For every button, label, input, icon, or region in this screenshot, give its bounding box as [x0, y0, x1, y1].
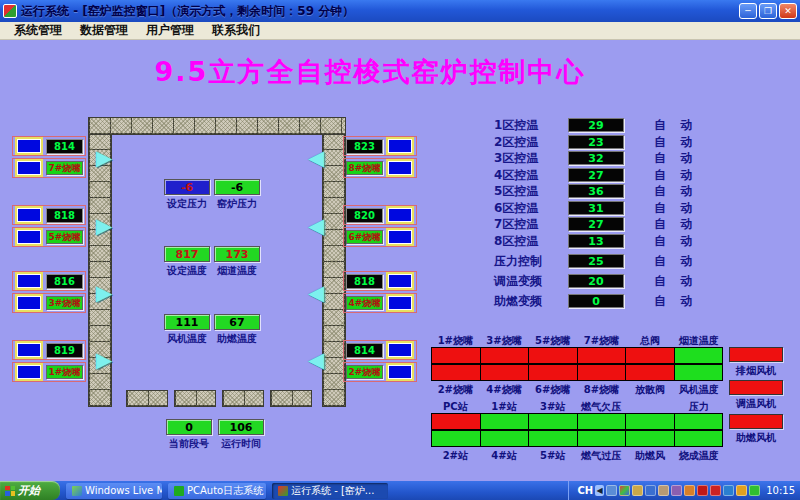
menu-data[interactable]: 数据管理 [72, 22, 136, 39]
minimize-icon[interactable]: ─ [739, 3, 757, 19]
taskbar-item-runtime-system[interactable]: 运行系统 - [窑炉... [272, 483, 388, 499]
indicator-button[interactable] [17, 274, 41, 288]
control-row: 助燃变频0自 动 [494, 293, 794, 309]
tray-clock[interactable]: 10:15 [766, 485, 795, 496]
qq-tray-icon[interactable] [723, 485, 734, 496]
indicator-button[interactable] [17, 139, 41, 153]
flame-icon: ◀ [308, 148, 324, 168]
indicator-button[interactable] [388, 343, 412, 357]
combustion-fan-label: 助燃风机 [722, 431, 790, 445]
update-tray-icon[interactable] [684, 485, 695, 496]
indicator-button[interactable] [17, 230, 41, 244]
set-temp-display[interactable]: 817 [164, 246, 210, 262]
combustion-fan-indicator [729, 414, 783, 429]
set-pressure-label: 设定压力 [164, 197, 210, 211]
zone-value-display[interactable]: 13 [568, 234, 624, 248]
indicator-button[interactable] [17, 208, 41, 222]
zone-label: 4区控温 [494, 167, 568, 184]
kiln-car-segment [222, 390, 264, 407]
burner-module-6: 820 6#烧嘴 [343, 205, 417, 247]
indicator-button[interactable] [388, 208, 412, 222]
status-cell [480, 430, 530, 447]
burner-module-7: 814 7#烧嘴 [12, 136, 86, 178]
flame-icon: ▶ [96, 148, 112, 168]
control-value-display[interactable]: 25 [568, 254, 624, 268]
taskbar-item-messenger[interactable]: Windows Live Mes... [66, 483, 162, 499]
control-row: 压力控制25自 动 [494, 253, 794, 269]
indicator-button[interactable] [388, 296, 412, 310]
flue-temp: 173 烟道温度 [214, 246, 260, 278]
control-row: 调温变频20自 动 [494, 273, 794, 289]
status-cell [674, 430, 724, 447]
taskbar: 开始 Windows Live Mes... PCAuto日志系统 运行系统 -… [0, 481, 800, 500]
indicator-button[interactable] [388, 139, 412, 153]
zone-row: 3区控温32自 动 [494, 150, 794, 166]
burner-temp-display: 823 [346, 139, 383, 154]
antivirus-tray-icon[interactable] [697, 485, 708, 496]
zone-value-display[interactable]: 27 [568, 168, 624, 182]
network-tray-icon[interactable] [645, 485, 656, 496]
fan-temp-label: 风机温度 [164, 332, 210, 346]
status-cell [528, 430, 578, 447]
status-cell [480, 364, 530, 381]
coin-tray-icon[interactable] [749, 485, 760, 496]
zone-label: 3区控温 [494, 150, 568, 167]
menu-contact[interactable]: 联系我们 [204, 22, 268, 39]
indicator-button[interactable] [388, 365, 412, 379]
burner-label-plate: 5#烧嘴 [46, 230, 83, 244]
gauge-tray-icon[interactable] [671, 485, 682, 496]
status-cell [625, 413, 675, 430]
zone-value-display[interactable]: 31 [568, 201, 624, 215]
set-pressure-display[interactable]: -6 [164, 179, 210, 195]
restore-icon[interactable]: ❐ [759, 3, 777, 19]
grid-label: 4#烧嘴 [480, 383, 529, 396]
close-icon[interactable]: ✕ [779, 3, 797, 19]
zone-row: 6区控温31自 动 [494, 200, 794, 216]
start-label: 开始 [18, 483, 40, 498]
alert-tray-icon[interactable] [736, 485, 747, 496]
grid-label: 2#烧嘴 [431, 383, 480, 396]
start-button[interactable]: 开始 [0, 481, 60, 500]
burner-module-5: 818 5#烧嘴 [12, 205, 86, 247]
taskbar-item-pcauto-log[interactable]: PCAuto日志系统 [168, 483, 266, 499]
zone-value-display[interactable]: 23 [568, 135, 624, 149]
grid-label: 风机温度 [674, 383, 723, 396]
status-cell [577, 347, 627, 364]
shield-tray-icon[interactable] [710, 485, 721, 496]
comb-temp-label: 助燃温度 [214, 332, 260, 346]
windows-logo-icon [5, 486, 15, 496]
menu-system[interactable]: 系统管理 [6, 22, 70, 39]
indicator-button[interactable] [17, 365, 41, 379]
burner-module-1: 819 1#烧嘴 [12, 340, 86, 382]
control-value-display[interactable]: 20 [568, 274, 624, 288]
current-segment-label: 当前段号 [166, 437, 212, 451]
status-cell [431, 347, 481, 364]
zone-value-display[interactable]: 36 [568, 184, 624, 198]
kiln-top-wall [88, 117, 346, 135]
zone-label: 5区控温 [494, 183, 568, 200]
control-value-display[interactable]: 0 [568, 294, 624, 308]
folder-tray-icon[interactable] [658, 485, 669, 496]
zone-label: 6区控温 [494, 200, 568, 217]
indicator-button[interactable] [388, 161, 412, 175]
collapse-tray-icon[interactable]: ◀ [595, 485, 604, 496]
set-pressure: -6 设定压力 [164, 179, 210, 211]
indicator-button[interactable] [388, 274, 412, 288]
indicator-button[interactable] [388, 230, 412, 244]
grid-label: 烟道温度 [674, 334, 723, 347]
palette-tray-icon[interactable] [619, 485, 630, 496]
burner-module-4: 818 4#烧嘴 [343, 271, 417, 313]
indicator-button[interactable] [17, 343, 41, 357]
menu-user[interactable]: 用户管理 [138, 22, 202, 39]
zone-value-display[interactable]: 29 [568, 118, 624, 132]
monitor-tray-icon[interactable] [606, 485, 617, 496]
zone-value-display[interactable]: 27 [568, 217, 624, 231]
system-tray: CH ◀ 10:15 [568, 481, 800, 500]
zone-value-display[interactable]: 32 [568, 151, 624, 165]
diamond-tray-icon[interactable] [632, 485, 643, 496]
indicator-button[interactable] [17, 161, 41, 175]
indicator-button[interactable] [17, 296, 41, 310]
grid-label: 5#烧嘴 [528, 334, 577, 347]
grid-label: 总阀 [626, 334, 675, 347]
language-indicator[interactable]: CH [577, 485, 593, 496]
